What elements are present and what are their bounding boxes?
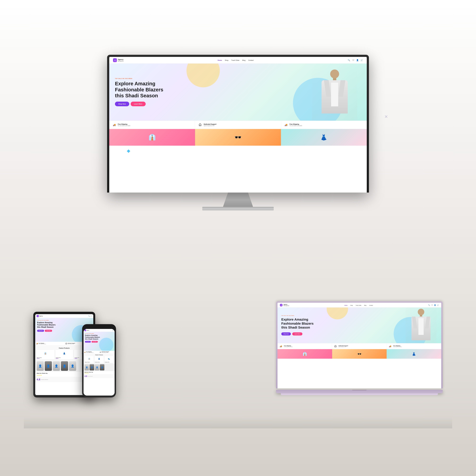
phone-product-img-2: 👗 bbox=[94, 356, 104, 361]
nav-contact[interactable]: Contact bbox=[248, 59, 254, 61]
laptop-nav-home[interactable]: Home bbox=[344, 305, 347, 306]
laptop-base-bar bbox=[276, 390, 443, 393]
laptop-nav-track[interactable]: Track Order bbox=[356, 305, 361, 306]
user-icon[interactable]: 👤 bbox=[356, 59, 359, 61]
laptop-free-icon: 🚚 bbox=[389, 344, 392, 348]
tablet-cart-icon[interactable]: 🛒 bbox=[90, 315, 92, 317]
laptop-nav-blog[interactable]: Blog bbox=[364, 305, 366, 306]
laptop-screen: A Agency Wordpress Home Shop Track Order bbox=[277, 303, 441, 389]
learn-more-button[interactable]: Learn More bbox=[131, 102, 146, 106]
tablet-feature-1-desc: On all orders over $200 bbox=[38, 344, 46, 344]
phone-shop-now-button[interactable]: Shop Now bbox=[85, 341, 91, 343]
phone-products-grid: 👔 Blazer Classic 👗 Fashion Dress bbox=[85, 356, 114, 363]
laptop-nav-shop[interactable]: Shop bbox=[350, 305, 353, 306]
tablet-learn-more-button[interactable]: Learn More bbox=[45, 330, 52, 332]
phone-feature-2-title: Dedicated Support bbox=[102, 351, 109, 352]
tablet-person-3: 👤 bbox=[53, 361, 60, 371]
tablet-person-1: 👤 bbox=[37, 361, 44, 371]
phone-people-row: 👤 👤 👤 👤 bbox=[84, 364, 115, 371]
phone-testimonial: What Our Clients Say ★★★★★ bbox=[84, 371, 115, 374]
laptop-search-icon[interactable]: 🔍 bbox=[428, 304, 430, 306]
laptop-shop-now-button[interactable]: Shop Now bbox=[281, 332, 291, 336]
shipping-icon: 🚚 bbox=[112, 123, 116, 127]
phone-feature-2: 🎧 Dedicated Support Quick response 24/7 bbox=[99, 351, 115, 354]
hero-content: TOP SALE ON THIS WEEK Explore Amazing Fa… bbox=[115, 78, 163, 106]
desktop-nav-icons: 🔍 🤍 👤 🛒 bbox=[348, 59, 363, 61]
phone-person-2: 👤 bbox=[90, 364, 94, 371]
wishlist-icon[interactable]: 🤍 bbox=[352, 59, 354, 61]
feature-shipping-title: Free Shipping bbox=[118, 123, 130, 125]
laptop-hero-content: TOP SALE ON THIS WEEK Explore Amazing Fa… bbox=[281, 315, 314, 336]
phone-device: A Agency 🛒 TOP SALE ON THIS WEEK Explore… bbox=[82, 324, 116, 397]
monitor-screen: A Agency Wordpress Home Shop Track Order bbox=[109, 57, 367, 192]
phone-features-bar: 🚚 Free Shipping On all orders over $200 … bbox=[84, 351, 115, 354]
laptop-showcase-2: 🕶️ bbox=[332, 349, 387, 359]
phone-stats-row: 4.8 Annual Customers bbox=[84, 374, 115, 378]
laptop-product-strip: 👔 🕶️ 👗 bbox=[277, 349, 441, 359]
laptop-shipping-icon: 🚚 bbox=[279, 344, 283, 348]
tablet-nav-icons: 🔍 🛒 bbox=[88, 315, 92, 317]
hero-buttons: Shop Now Learn More bbox=[115, 102, 163, 106]
nav-home[interactable]: Home bbox=[218, 59, 222, 61]
tablet-feature-1-title: Free Shipping bbox=[38, 343, 46, 344]
tablet-feature-1: 🚚 Free Shipping On all orders over $200 bbox=[35, 342, 64, 345]
tablet-shop-now-button[interactable]: Shop Now bbox=[37, 330, 44, 332]
laptop-wishlist-icon[interactable]: 🤍 bbox=[431, 304, 433, 306]
laptop-cart-icon[interactable]: 🛒 bbox=[437, 304, 439, 306]
feature-shipping-desc: On all orders over $200 bbox=[118, 125, 130, 126]
hero-badge: TOP SALE ON THIS WEEK bbox=[115, 78, 163, 79]
phone-hero: TOP SALE ON THIS WEEK Explore Amazing Fa… bbox=[84, 332, 115, 351]
phone-learn-more-button[interactable]: Learn More bbox=[91, 341, 98, 343]
laptop-brand-name: Agency bbox=[284, 304, 289, 305]
laptop-user-icon[interactable]: 👤 bbox=[434, 304, 436, 306]
phone-logo: A Agency bbox=[85, 329, 89, 331]
laptop-bottom bbox=[281, 393, 438, 395]
logo-icon: A bbox=[113, 58, 117, 62]
desktop-features-bar: 🚚 Free Shipping On all orders over $200 … bbox=[109, 121, 367, 129]
shop-now-button[interactable]: Shop Now bbox=[115, 102, 129, 106]
laptop-feature-free-title: Free Shipping bbox=[393, 345, 402, 346]
phone-cart-icon[interactable]: 🛒 bbox=[112, 330, 114, 331]
hero-person-image bbox=[312, 66, 357, 121]
phone-screen: A Agency 🛒 TOP SALE ON THIS WEEK Explore… bbox=[84, 329, 115, 395]
monitor-frame: A Agency Wordpress Home Shop Track Order bbox=[107, 55, 369, 192]
laptop-learn-more-button[interactable]: Learn More bbox=[292, 332, 302, 336]
nav-shop[interactable]: Shop bbox=[225, 59, 228, 61]
phone-website: A Agency 🛒 TOP SALE ON THIS WEEK Explore… bbox=[84, 329, 115, 395]
search-icon[interactable]: 🔍 bbox=[348, 59, 350, 61]
phone-frame: A Agency 🛒 TOP SALE ON THIS WEEK Explore… bbox=[82, 324, 116, 397]
cart-icon[interactable]: 🛒 bbox=[360, 59, 363, 61]
phone-product-1: 👔 Blazer Classic bbox=[85, 356, 94, 363]
laptop-nav-contact[interactable]: Contact bbox=[369, 305, 373, 306]
laptop-hero: TOP SALE ON THIS WEEK Explore Amazing Fa… bbox=[277, 307, 441, 343]
laptop-features-bar: 🚚 Free Shipping On all orders over $200 … bbox=[277, 343, 441, 349]
laptop-logo-icon: A bbox=[280, 304, 283, 306]
laptop-lid: A Agency Wordpress Home Shop Track Order bbox=[276, 301, 443, 389]
phone-person-1: 👤 bbox=[85, 364, 89, 371]
tablet-logo: A Agency bbox=[37, 315, 43, 317]
laptop-website: A Agency Wordpress Home Shop Track Order bbox=[277, 303, 441, 389]
laptop-feature-shipping-desc: On all orders over $200 bbox=[284, 346, 293, 347]
nav-blog[interactable]: Blog bbox=[242, 59, 245, 61]
tablet-feature-2-desc: Quick response 24/7 bbox=[68, 344, 75, 344]
desktop-logo: A Agency Wordpress bbox=[113, 58, 123, 62]
tablet-search-icon[interactable]: 🔍 bbox=[88, 315, 90, 317]
tablet-support-icon: 🎧 bbox=[65, 343, 67, 344]
laptop-feature-shipping: 🚚 Free Shipping On all orders over $200 bbox=[277, 343, 332, 349]
laptop-hero-person bbox=[406, 307, 437, 343]
feature-free-title: Free Shipping bbox=[289, 123, 302, 125]
laptop-showcase-3: 👗 bbox=[387, 349, 441, 359]
phone-navbar: A Agency 🛒 bbox=[84, 329, 115, 332]
deco-cross-right: ✕ bbox=[384, 114, 388, 119]
laptop-feature-support-desc: Quick response 24/7 bbox=[339, 346, 348, 347]
tablet-navbar: A Agency 🔍 🛒 bbox=[35, 314, 93, 318]
phone-products-title: Feature Products bbox=[85, 354, 114, 356]
phone-person-3: 👤 bbox=[95, 364, 99, 371]
phone-feature-1-title: Free Shipping bbox=[86, 351, 94, 352]
tablet-stat-label: Annual Customers bbox=[41, 379, 48, 380]
desktop-website: A Agency Wordpress Home Shop Track Order bbox=[109, 57, 367, 192]
tablet-product-2: 👗 Fashion Dress $39.99 bbox=[55, 350, 73, 359]
laptop-device: A Agency Wordpress Home Shop Track Order bbox=[276, 301, 443, 395]
nav-track[interactable]: Track Order bbox=[231, 59, 239, 61]
phone-notch bbox=[94, 326, 104, 328]
